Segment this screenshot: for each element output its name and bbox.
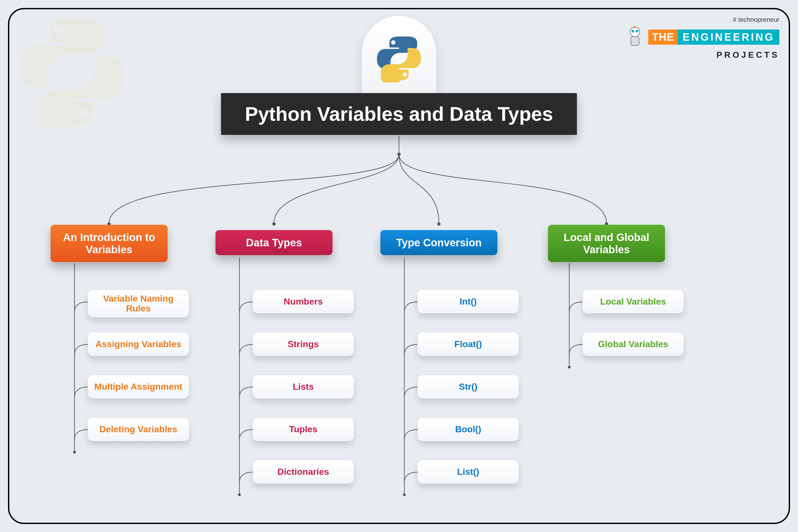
branch-header-intro: An Introduction to Variables <box>51 225 168 262</box>
child-card: Dictionaries <box>253 460 354 483</box>
child-card: Tuples <box>253 418 354 441</box>
child-card: Lists <box>253 375 354 398</box>
svg-point-0 <box>630 27 640 37</box>
child-card: Strings <box>253 332 354 356</box>
python-logo-icon <box>375 35 423 82</box>
brand-engineering: ENGINEERING <box>678 30 779 45</box>
child-card: Multiple Assignment <box>88 375 189 398</box>
brand-hashtag: # technopreneur <box>624 16 779 23</box>
branch-header-conversion: Type Conversion <box>380 230 497 255</box>
child-card: Int() <box>418 290 519 314</box>
branch-header-scope: Local and Global Variables <box>548 225 665 262</box>
robot-mascot-icon <box>624 25 646 49</box>
brand-block: # technopreneur THE ENGINEERING PROJECTS <box>624 16 779 60</box>
brand-projects: PROJECTS <box>624 50 779 60</box>
child-card: Deleting Variables <box>88 418 189 441</box>
python-watermark-icon <box>16 16 128 128</box>
child-card: Global Variables <box>583 332 684 356</box>
child-card: List() <box>418 460 519 483</box>
svg-point-2 <box>636 30 639 33</box>
child-card: Bool() <box>418 418 519 441</box>
child-card: Assigning Variables <box>88 332 189 356</box>
python-logo-badge <box>362 16 436 101</box>
svg-rect-3 <box>631 37 639 45</box>
child-card: Str() <box>418 375 519 398</box>
child-card: Numbers <box>253 290 354 314</box>
brand-the: THE <box>648 30 678 45</box>
child-card: Float() <box>418 332 519 356</box>
svg-point-1 <box>631 30 634 33</box>
diagram-title: Python Variables and Data Types <box>221 93 577 135</box>
child-card: Variable Naming Rules <box>88 290 189 317</box>
branch-header-datatypes: Data Types <box>215 230 332 255</box>
child-card: Local Variables <box>583 290 684 314</box>
